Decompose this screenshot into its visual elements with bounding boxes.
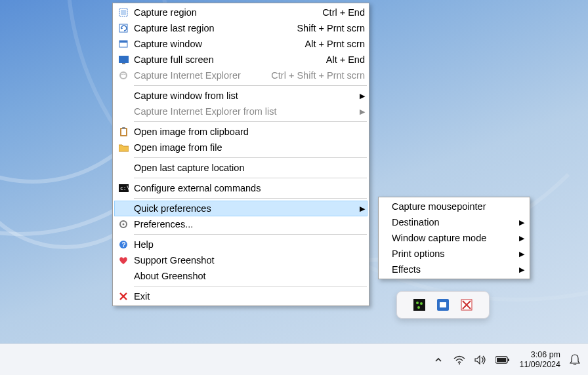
menu-capture-region[interactable]: Capture region Ctrl + End	[114, 5, 368, 20]
svg-rect-9	[121, 129, 126, 135]
svg-rect-17	[413, 299, 425, 311]
menu-label: Open image from file	[134, 142, 365, 153]
blank-icon	[117, 163, 130, 173]
tray-app-icon-2[interactable]	[436, 298, 450, 311]
submenu-window-capture-mode[interactable]: Window capture mode ▶	[380, 230, 528, 246]
submenu-destination[interactable]: Destination ▶	[380, 214, 528, 230]
menu-label: Support Greenshot	[134, 255, 365, 266]
taskbar: 3:06 pm 11/09/2024	[0, 344, 588, 375]
menu-label: About Greenshot	[134, 271, 365, 281]
heart-icon	[117, 255, 130, 266]
svg-rect-26	[497, 358, 506, 362]
terminal-icon: c:\	[117, 183, 130, 193]
wifi-icon[interactable]	[453, 355, 465, 365]
menu-help[interactable]: ? Help	[114, 237, 368, 252]
svg-point-20	[417, 306, 420, 309]
menu-label: Capture full screen	[134, 54, 317, 65]
submenu-capture-mousepointer[interactable]: Capture mousepointer	[380, 199, 528, 214]
menu-label: Capture mousepointer	[392, 201, 524, 212]
menu-label: Preferences...	[134, 219, 365, 229]
menu-open-clipboard[interactable]: Open image from clipboard	[114, 124, 368, 140]
menu-accelerator: Alt + End	[317, 54, 365, 65]
menu-accelerator: Ctrl + End	[313, 7, 365, 18]
menu-quick-preferences[interactable]: Quick preferences ▶	[114, 201, 368, 216]
blank-icon	[117, 90, 130, 101]
notifications-icon[interactable]	[570, 354, 581, 366]
svg-rect-22	[440, 302, 446, 307]
help-icon: ?	[117, 239, 130, 250]
date-text: 11/09/2024	[519, 360, 560, 369]
menu-label: Capture Internet Explorer	[134, 70, 262, 81]
menu-label: Exit	[134, 291, 365, 302]
clipboard-icon	[117, 127, 130, 137]
submenu-arrow-icon: ▶	[357, 92, 365, 100]
svg-text:?: ?	[122, 241, 126, 248]
menu-preferences[interactable]: Preferences...	[114, 216, 368, 232]
submenu-arrow-icon: ▶	[516, 234, 524, 243]
menu-separator	[134, 85, 367, 86]
svg-point-14	[123, 224, 125, 226]
submenu-arrow-icon: ▶	[357, 205, 365, 213]
time-text: 3:06 pm	[519, 350, 560, 359]
menu-exit[interactable]: Exit	[114, 288, 368, 304]
menu-separator	[134, 157, 367, 158]
tray-app-icon-1[interactable]	[413, 298, 426, 311]
menu-label: Configure external commands	[134, 183, 365, 193]
menu-label: Capture Internet Explorer from list	[134, 106, 357, 117]
menu-open-file[interactable]: Open image from file	[114, 140, 368, 155]
blank-icon	[117, 106, 130, 117]
svg-rect-27	[508, 359, 509, 361]
menu-label: Capture window	[134, 39, 296, 49]
menu-separator	[134, 198, 367, 199]
svg-rect-4	[119, 41, 127, 43]
close-icon	[117, 291, 130, 302]
taskbar-clock[interactable]: 3:06 pm 11/09/2024	[519, 350, 560, 369]
menu-accelerator: Shift + Prnt scrn	[287, 23, 365, 33]
menu-label: Print options	[392, 248, 516, 259]
menu-separator	[134, 234, 367, 235]
menu-configure-external[interactable]: c:\ Configure external commands	[114, 180, 368, 196]
menu-accelerator: Ctrl + Shift + Prnt scrn	[262, 70, 365, 81]
menu-capture-window-list[interactable]: Capture window from list ▶	[114, 88, 368, 104]
svg-rect-10	[122, 127, 125, 129]
menu-capture-window[interactable]: Capture window Alt + Prnt scrn	[114, 36, 368, 52]
menu-open-last-location[interactable]: Open last capture location	[114, 160, 368, 176]
region-icon	[117, 7, 130, 18]
menu-support[interactable]: Support Greenshot	[114, 252, 368, 268]
tray-app-icon-3[interactable]	[460, 298, 473, 311]
submenu-arrow-icon: ▶	[357, 108, 365, 116]
submenu-effects[interactable]: Effects ▶	[380, 262, 528, 277]
submenu-arrow-icon: ▶	[516, 250, 524, 258]
svg-text:c:\: c:\	[120, 186, 129, 191]
menu-separator	[134, 178, 367, 178]
menu-label: Destination	[392, 217, 516, 227]
menu-label: Capture region	[134, 7, 313, 18]
menu-capture-full-screen[interactable]: Capture full screen Alt + End	[114, 52, 368, 68]
window-icon	[117, 39, 130, 49]
menu-label: Open last capture location	[134, 163, 365, 173]
menu-separator	[134, 121, 367, 122]
menu-label: Open image from clipboard	[134, 127, 365, 137]
svg-rect-6	[122, 63, 125, 64]
menu-label: Capture last region	[134, 23, 287, 33]
menu-label: Quick preferences	[134, 203, 357, 214]
submenu-print-options[interactable]: Print options ▶	[380, 246, 528, 262]
volume-icon[interactable]	[474, 355, 486, 365]
folder-icon	[117, 142, 130, 153]
ie-icon	[117, 70, 130, 81]
menu-capture-ie: Capture Internet Explorer Ctrl + Shift +…	[114, 68, 368, 83]
tray-overflow-button[interactable]	[432, 354, 444, 366]
menu-capture-ie-list: Capture Internet Explorer from list ▶	[114, 104, 368, 119]
menu-about[interactable]: About Greenshot	[114, 268, 368, 284]
menu-label: Capture window from list	[134, 90, 357, 101]
blank-icon	[117, 203, 130, 214]
fullscreen-icon	[117, 54, 130, 65]
menu-label: Window capture mode	[392, 233, 516, 243]
svg-point-18	[416, 302, 419, 304]
menu-capture-last-region[interactable]: Capture last region Shift + Prnt scrn	[114, 20, 368, 36]
svg-point-19	[420, 302, 423, 305]
gear-icon	[117, 219, 130, 229]
last-region-icon	[117, 23, 130, 33]
battery-icon[interactable]	[495, 356, 510, 364]
submenu-arrow-icon: ▶	[516, 218, 524, 227]
